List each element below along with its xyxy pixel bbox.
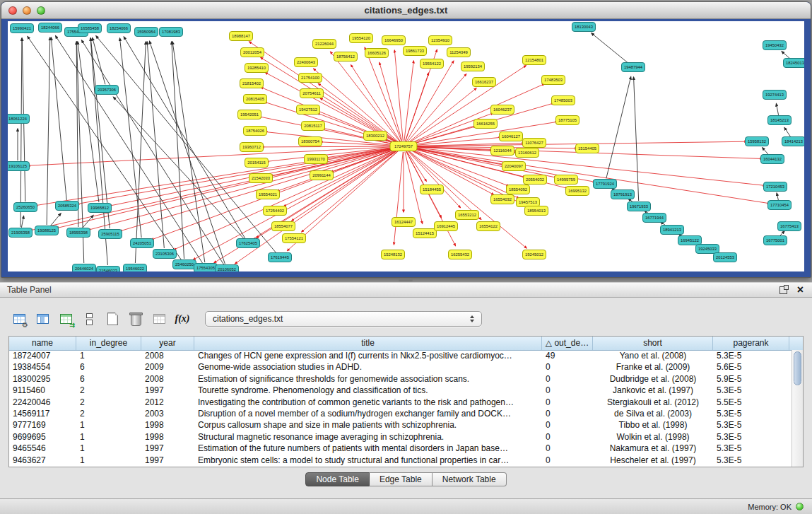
minimize-window-button[interactable] <box>23 6 31 15</box>
function-builder-button[interactable]: f(x) <box>173 310 192 328</box>
graph-node[interactable]: 17710454 <box>768 201 792 210</box>
table-row[interactable]: 946362711997Embryonic stem cells: a mode… <box>9 455 792 466</box>
graph-node[interactable]: 16585458 <box>78 24 102 33</box>
zoom-window-button[interactable] <box>37 6 45 15</box>
graph-node[interactable]: 21542033 <box>249 174 273 183</box>
table-row[interactable]: 969969511998Structural magnetic resonanc… <box>9 431 792 443</box>
graph-node[interactable]: 15990421 <box>11 24 34 33</box>
graph-edge[interactable] <box>261 57 399 143</box>
graph-node[interactable]: 16044132 <box>761 155 784 164</box>
graph-edge[interactable] <box>776 104 778 115</box>
column-header-short[interactable]: short <box>593 337 713 350</box>
graph-edge[interactable] <box>30 148 399 230</box>
graph-edge[interactable] <box>50 214 61 226</box>
table-settings-button[interactable]: ⚙ <box>10 310 28 328</box>
graph-node[interactable]: 16046127 <box>500 132 523 141</box>
graph-edge[interactable] <box>405 152 423 224</box>
graph-node[interactable]: 15248132 <box>382 250 405 259</box>
graph-node[interactable]: 21815402 <box>240 79 264 88</box>
network-canvas[interactable]: 1599042118244066175543001658545818254066… <box>8 21 804 271</box>
graph-node[interactable]: 20646024 <box>73 264 96 272</box>
table-row[interactable]: 946554611997Estimation of the future num… <box>9 443 792 454</box>
graph-node[interactable]: 22040097 <box>502 162 526 171</box>
graph-node[interactable]: 20106052 <box>216 265 239 272</box>
graph-edge[interactable] <box>404 61 413 141</box>
graph-edge[interactable] <box>20 38 22 227</box>
graph-node[interactable]: 16775001 <box>764 236 787 245</box>
graph-node[interactable]: 18941213 <box>661 226 684 235</box>
graph-node[interactable]: 19554122 <box>420 59 444 69</box>
graph-node[interactable]: 18254066 <box>107 24 131 33</box>
graph-node[interactable]: 18754026 <box>244 127 267 136</box>
graph-node[interactable]: 17554305 <box>194 264 218 272</box>
graph-node[interactable]: 17791924 <box>594 180 617 189</box>
graph-node[interactable]: 17485003 <box>552 96 575 105</box>
tab-network-table[interactable]: Network Table <box>433 472 507 486</box>
graph-node[interactable]: 18130043 <box>572 23 596 32</box>
graph-node[interactable]: 18954013 <box>525 206 548 216</box>
graph-node[interactable]: 15184455 <box>420 185 444 194</box>
graph-edge[interactable] <box>172 42 205 262</box>
table-row[interactable]: 2242004622012Investigating the contribut… <box>9 397 792 408</box>
graph-node[interactable]: 18955398 <box>67 228 90 238</box>
graph-node[interactable]: 18300212 <box>364 132 387 141</box>
graph-node[interactable]: 15154405 <box>576 144 599 153</box>
graph-node[interactable]: 16945122 <box>678 236 702 245</box>
graph-node[interactable]: 16605126 <box>365 49 389 58</box>
close-panel-icon[interactable]: × <box>797 285 804 295</box>
import-table-button[interactable]: ⇉ <box>57 310 75 328</box>
graph-node[interactable]: 19427512 <box>297 105 320 115</box>
graph-node[interactable]: 17081983 <box>160 28 183 37</box>
graph-node[interactable]: 18775105 <box>556 116 579 125</box>
graph-edge[interactable] <box>409 137 501 146</box>
graph-node[interactable]: 19487944 <box>622 63 645 72</box>
column-header-in_degree[interactable]: in_degree <box>76 337 141 350</box>
graph-node[interactable]: 16124447 <box>392 218 416 227</box>
table-scrollbar[interactable] <box>792 350 803 467</box>
graph-node[interactable]: 19542051 <box>238 110 261 119</box>
graph-node[interactable]: 25460250 <box>173 260 196 269</box>
graph-node[interactable]: 15950954 <box>135 28 158 37</box>
graph-node[interactable]: 18300754 <box>299 137 322 146</box>
graph-edge[interactable] <box>408 88 476 143</box>
graph-edge[interactable] <box>51 37 66 200</box>
graph-node[interactable]: 19274413 <box>763 90 787 100</box>
graph-node[interactable]: 19861733 <box>404 47 427 56</box>
graph-node[interactable]: 20012054 <box>241 48 264 57</box>
graph-node[interactable]: 16912445 <box>435 222 458 231</box>
window-titlebar[interactable]: citations_edges.txt <box>1 2 811 19</box>
graph-node[interactable]: 19360712 <box>240 143 264 152</box>
graph-edge[interactable] <box>592 33 629 64</box>
graph-node[interactable]: 17210453 <box>764 182 787 192</box>
graph-edge[interactable] <box>147 42 164 248</box>
graph-node[interactable]: 19546022 <box>124 264 147 272</box>
graph-node[interactable]: 18554077 <box>272 222 295 231</box>
graph-node[interactable]: 14995759 <box>555 175 578 185</box>
table-row[interactable]: 977716911998Corpus callosum shape and si… <box>9 419 792 431</box>
graph-node[interactable]: 19965812 <box>88 204 112 213</box>
graph-node[interactable]: 17619445 <box>269 253 292 262</box>
graph-node[interactable]: 19088125 <box>35 226 59 235</box>
graph-node[interactable]: 19245033 <box>696 245 719 254</box>
graph-node[interactable]: 16554122 <box>477 222 500 231</box>
scrollbar-thumb[interactable] <box>794 351 801 385</box>
graph-node[interactable]: 20154115 <box>245 158 269 168</box>
graph-node[interactable]: 18756412 <box>334 52 358 62</box>
graph-node[interactable]: 20554032 <box>524 175 547 185</box>
graph-edge[interactable] <box>784 128 791 138</box>
panel-splitter-handle[interactable] <box>399 279 413 281</box>
graph-node[interactable]: 19457513 <box>517 198 540 207</box>
column-header-name[interactable]: name <box>9 337 76 350</box>
graph-edge[interactable] <box>408 113 493 144</box>
graph-node[interactable]: 25260650 <box>14 203 37 212</box>
graph-node[interactable]: 21546023 <box>97 267 120 272</box>
graph-node[interactable]: 21754100 <box>299 74 322 83</box>
graph-edge[interactable] <box>172 42 184 259</box>
graph-node[interactable]: 18414213 <box>782 137 805 146</box>
float-panel-icon[interactable] <box>779 286 787 294</box>
graph-node[interactable]: 18554092 <box>507 185 530 194</box>
graph-node[interactable]: 16255432 <box>449 250 472 259</box>
graph-node[interactable]: 16553212 <box>456 211 479 220</box>
graph-node[interactable]: 19931170 <box>305 155 328 164</box>
graph-node[interactable]: 25905115 <box>99 230 122 239</box>
